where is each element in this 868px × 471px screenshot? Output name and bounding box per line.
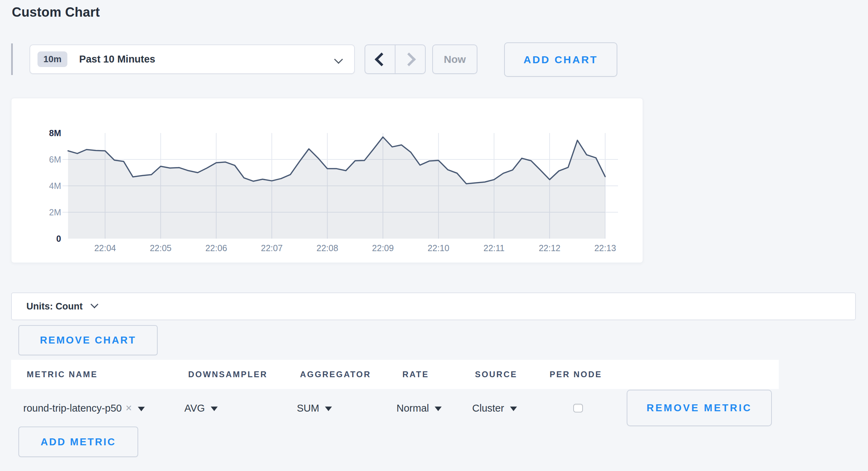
chevron-right-icon bbox=[402, 52, 416, 66]
add-chart-button[interactable]: ADD CHART bbox=[504, 42, 617, 77]
caret-down-icon bbox=[435, 407, 442, 411]
now-button[interactable]: Now bbox=[432, 44, 477, 74]
timeseries-area-chart bbox=[68, 133, 624, 239]
rate-value: Normal bbox=[397, 403, 429, 414]
clear-metric-icon[interactable]: × bbox=[126, 402, 132, 414]
rate-dropdown[interactable]: Normal bbox=[397, 403, 442, 414]
chevron-down-icon bbox=[91, 300, 99, 308]
y-axis-tick-label: 4M bbox=[11, 180, 61, 192]
time-range-badge: 10m bbox=[37, 51, 67, 67]
units-label: Units: Count bbox=[26, 301, 83, 312]
caret-down-icon bbox=[510, 407, 517, 411]
chart-card: 8M 6M 4M 2M 0 22:0422:0522:0622:0722:082… bbox=[11, 98, 643, 263]
column-header-aggregator: AGGREGATOR bbox=[300, 360, 371, 389]
column-header-per-node: PER NODE bbox=[550, 360, 602, 389]
time-back-button[interactable] bbox=[365, 45, 395, 73]
x-axis-tick-label: 22:07 bbox=[248, 243, 296, 253]
x-axis-tick-label: 22:06 bbox=[192, 243, 241, 253]
add-metric-button[interactable]: ADD METRIC bbox=[18, 427, 138, 457]
caret-down-icon bbox=[325, 407, 332, 411]
caret-down-icon bbox=[138, 407, 145, 411]
downsampler-dropdown[interactable]: AVG bbox=[184, 403, 218, 414]
source-value: Cluster bbox=[472, 403, 504, 414]
column-header-rate: RATE bbox=[402, 360, 429, 389]
x-axis-tick-label: 22:08 bbox=[303, 243, 352, 253]
source-dropdown[interactable]: Cluster bbox=[472, 403, 517, 414]
aggregator-dropdown[interactable]: SUM bbox=[297, 403, 332, 414]
column-header-metric-name: METRIC NAME bbox=[27, 360, 98, 389]
x-axis-tick-label: 22:04 bbox=[81, 243, 130, 253]
metric-name-dropdown[interactable]: round-trip-latency-p50 × bbox=[23, 402, 145, 414]
metric-name-value: round-trip-latency-p50 bbox=[23, 403, 122, 414]
y-axis-tick-label: 8M bbox=[11, 127, 61, 139]
y-axis-tick-label: 6M bbox=[11, 153, 61, 166]
column-header-downsampler: DOWNSAMPLER bbox=[188, 360, 268, 389]
y-axis-tick-label: 0 bbox=[11, 232, 61, 245]
series-area-fill bbox=[68, 137, 605, 239]
x-axis-tick-label: 22:11 bbox=[470, 243, 518, 253]
custom-chart-page: Custom Chart 10m Past 10 Minutes Now ADD… bbox=[0, 0, 868, 471]
x-axis-tick-label: 22:12 bbox=[525, 243, 574, 253]
remove-chart-button[interactable]: REMOVE CHART bbox=[18, 325, 158, 355]
chevron-down-icon bbox=[334, 55, 343, 64]
time-nav-group bbox=[365, 44, 426, 74]
units-dropdown[interactable]: Units: Count bbox=[11, 292, 856, 320]
time-forward-button[interactable] bbox=[395, 45, 425, 73]
time-range-dropdown[interactable]: 10m Past 10 Minutes bbox=[30, 44, 355, 74]
x-axis-tick-label: 22:10 bbox=[414, 243, 463, 253]
chevron-left-icon bbox=[375, 52, 389, 66]
metric-table-row: round-trip-latency-p50 × AVG SUM Normal … bbox=[11, 389, 779, 427]
x-axis-tick-label: 22:13 bbox=[581, 243, 629, 253]
time-range-label: Past 10 Minutes bbox=[79, 53, 155, 65]
x-axis-tick-label: 22:05 bbox=[136, 243, 185, 253]
toolbar-left-divider bbox=[11, 43, 13, 75]
per-node-checkbox[interactable] bbox=[573, 404, 583, 413]
downsampler-value: AVG bbox=[184, 403, 205, 414]
column-header-source: SOURCE bbox=[475, 360, 517, 389]
remove-metric-button[interactable]: REMOVE METRIC bbox=[627, 390, 772, 426]
page-title: Custom Chart bbox=[12, 5, 100, 20]
caret-down-icon bbox=[211, 407, 218, 411]
x-axis-tick-label: 22:09 bbox=[359, 243, 407, 253]
metrics-table-header: METRIC NAME DOWNSAMPLER AGGREGATOR RATE … bbox=[11, 360, 779, 389]
aggregator-value: SUM bbox=[297, 403, 319, 414]
y-axis-tick-label: 2M bbox=[11, 206, 61, 218]
